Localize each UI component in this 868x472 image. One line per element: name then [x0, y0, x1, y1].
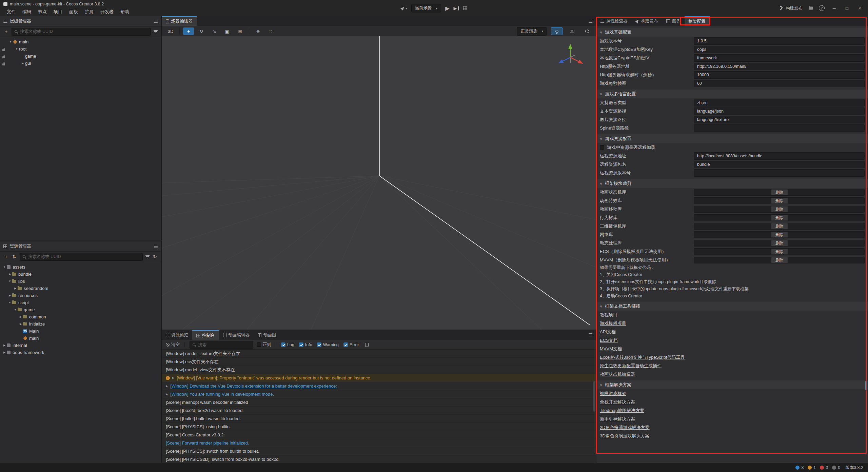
expand-icon[interactable]: ▶ [172, 376, 174, 379]
section-header[interactable]: ∨框架模块裁剪 [596, 179, 868, 188]
tree-expand-icon[interactable]: ▼ [14, 47, 19, 51]
scene-camera-button[interactable] [567, 27, 577, 35]
asset-node[interactable]: ▼game [0, 306, 161, 313]
menu-item[interactable]: 开发者 [97, 8, 117, 16]
minimize-button[interactable]: ─ [831, 6, 837, 11]
console-log-row[interactable]: [Scene] meshopt wasm decoder initialized [162, 398, 596, 407]
error-count[interactable]: 0 [820, 465, 828, 470]
console-log-row[interactable]: [Scene] [box2d]:box2d wasm lib loaded. [162, 407, 596, 415]
console-tab[interactable]: 控制台 [192, 330, 219, 340]
hierarchy-search-input[interactable] [19, 29, 148, 34]
checkbox[interactable] [317, 342, 321, 347]
delete-button[interactable]: 删除 [771, 215, 788, 221]
inspector-tab[interactable]: 框架配置 [685, 16, 710, 26]
hierarchy-node[interactable]: ▼main [0, 38, 161, 45]
filter-icon[interactable] [154, 30, 158, 33]
hierarchy-node[interactable]: ▶gui [0, 60, 161, 67]
panel-menu-icon[interactable] [589, 20, 592, 23]
delete-button[interactable]: 删除 [771, 189, 788, 195]
asset-node[interactable]: ▶oops-framework [0, 349, 161, 356]
tab-scene-editor[interactable]: 场景编辑器 [162, 16, 197, 26]
section-header[interactable]: ∨游戏基础配置 [596, 28, 868, 37]
field-input[interactable] [694, 116, 865, 123]
field-input[interactable] [694, 161, 865, 168]
rect-tool-button[interactable]: ▣ [222, 27, 233, 35]
field-input[interactable] [694, 54, 865, 62]
asset-node[interactable]: ▶common [0, 313, 161, 320]
console-log-row[interactable]: ▶[Window] Download the Vue Devtools exte… [162, 382, 596, 390]
asset-node[interactable]: ▼assets [0, 263, 161, 271]
field-input[interactable] [694, 107, 865, 115]
tree-expand-icon[interactable]: ▼ [8, 40, 13, 43]
doc-link[interactable]: ECS文档 [596, 336, 868, 345]
menu-item[interactable]: 文件 [3, 8, 19, 16]
inspector-tab[interactable]: 构建发布 [632, 16, 662, 26]
menu-item[interactable]: 扩展 [81, 8, 97, 16]
world-pivot-toggle[interactable]: ⊕ [253, 27, 263, 35]
tree-expand-icon[interactable]: ▼ [13, 308, 18, 311]
section-header[interactable]: ∨框架解决方案 [596, 380, 868, 389]
warning-count[interactable]: 1 [808, 465, 816, 470]
panel-menu-icon[interactable] [154, 20, 158, 23]
inspector-tab[interactable]: 服务 [662, 16, 685, 26]
section-header[interactable]: ∨框架文档工具链接 [596, 302, 868, 311]
console-log-row[interactable]: [Window] render_texture文件夹不存在 [162, 350, 596, 358]
console-scrollbar[interactable] [593, 381, 595, 412]
doc-link[interactable]: 新手引导解决方案 [596, 415, 868, 423]
console-tab[interactable]: 动画编辑器 [219, 330, 254, 340]
field-input[interactable] [694, 80, 865, 87]
log-filter-error[interactable]: Error [343, 342, 359, 347]
expand-icon[interactable]: ▶ [166, 393, 168, 396]
checkbox[interactable] [343, 342, 348, 347]
console-log-row[interactable]: [Scene] [PHYSICS]: switch from builtin t… [162, 447, 596, 455]
delete-button[interactable]: 删除 [771, 198, 788, 204]
field-input[interactable] [694, 99, 865, 106]
tree-expand-icon[interactable]: ▶ [18, 315, 23, 318]
tree-expand-icon[interactable]: ▶ [18, 322, 23, 326]
scene-viewport[interactable] [162, 36, 596, 330]
doc-link[interactable]: 原生包热更新配置自动生成插件 [596, 361, 868, 370]
tree-expand-icon[interactable]: ▼ [2, 266, 7, 269]
regex-checkbox[interactable] [257, 342, 261, 347]
tree-expand-icon[interactable]: ▼ [7, 280, 12, 283]
hierarchy-node[interactable]: game [0, 53, 161, 60]
project-folder-button[interactable] [809, 7, 813, 10]
console-log-row[interactable]: [Scene] Forward render pipeline initiali… [162, 439, 596, 447]
filter-icon[interactable] [145, 255, 150, 258]
hierarchy-node[interactable]: ▼root [0, 45, 161, 53]
checkbox[interactable] [299, 342, 303, 347]
doc-link[interactable]: 教程项目 [596, 311, 868, 319]
log-filter-warning[interactable]: Warning [317, 342, 339, 347]
tree-expand-icon[interactable]: ▶ [20, 62, 25, 65]
inspector-tab[interactable]: 属性检查器 [596, 16, 632, 26]
copy-log-icon[interactable] [365, 343, 369, 347]
console-log-row[interactable]: [Scene] [PHYSICS2D]: switch from box2d-w… [162, 455, 596, 463]
render-mode-select[interactable]: 正常渲染 ▾ [517, 27, 547, 36]
doc-link[interactable]: MVVM文档 [596, 345, 868, 353]
checkbox[interactable] [281, 342, 285, 347]
console-search-input[interactable] [197, 342, 250, 348]
rotate-tool-button[interactable]: ↻ [196, 27, 207, 35]
console-log-row[interactable]: [Scene] Cocos Creator v3.8.2 [162, 431, 596, 439]
delete-button[interactable]: 删除 [771, 240, 788, 246]
expand-icon[interactable]: ▶ [166, 385, 168, 388]
delete-button[interactable]: 删除 [771, 223, 788, 229]
doc-link[interactable]: 战棋游戏框架 [596, 389, 868, 398]
help-button[interactable]: ? [819, 5, 825, 11]
doc-link[interactable]: API文档 [596, 328, 868, 336]
tree-expand-icon[interactable]: ▶ [13, 287, 18, 290]
snap-toggle[interactable]: ∷ [265, 27, 276, 35]
asset-node[interactable]: ▶bundle [0, 271, 161, 278]
mode-3d-toggle[interactable]: 3D [165, 27, 176, 35]
build-publish-button[interactable]: 构建发布 [779, 5, 803, 11]
info-count[interactable]: 3 [795, 465, 804, 470]
console-log-row[interactable]: ▶[Window] You are running Vue in develop… [162, 390, 596, 398]
create-asset-button[interactable]: + [3, 254, 9, 259]
delete-button[interactable]: 删除 [771, 232, 788, 238]
doc-link[interactable]: Excel格式转Json文件与TypeScript代码工具 [596, 353, 868, 361]
panel-menu-icon[interactable] [154, 245, 158, 248]
scene-settings-button[interactable] [581, 27, 592, 35]
delete-button[interactable]: 删除 [771, 257, 788, 263]
checkbox[interactable] [600, 145, 604, 150]
regex-toggle[interactable]: 正则 [257, 342, 271, 348]
